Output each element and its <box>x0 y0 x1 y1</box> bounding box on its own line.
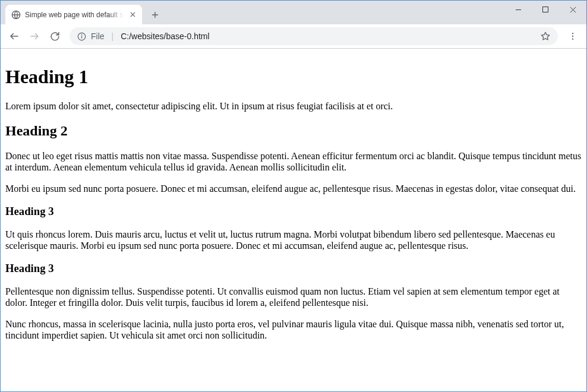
heading-3: Heading 3 <box>5 205 582 218</box>
close-tab-icon[interactable] <box>128 10 137 20</box>
address-path: C:/websites/base-0.html <box>121 31 535 41</box>
menu-button[interactable] <box>564 27 582 45</box>
new-tab-button[interactable] <box>147 7 163 23</box>
paragraph: Donec ut leo eget risus mattis mattis no… <box>5 150 582 173</box>
browser-tab[interactable]: Simple web page with default sty <box>5 5 142 24</box>
svg-point-6 <box>572 33 573 34</box>
paragraph: Pellentesque non dignissim tellus. Suspe… <box>5 286 582 308</box>
svg-point-8 <box>572 38 573 39</box>
close-window-button[interactable] <box>559 1 586 18</box>
paragraph: Nunc rhoncus, massa in scelerisque lacin… <box>5 318 582 341</box>
maximize-button[interactable] <box>532 1 559 18</box>
back-button[interactable] <box>5 27 23 45</box>
tab-title: Simple web page with default sty <box>25 11 124 19</box>
address-bar[interactable]: File | C:/websites/base-0.html <box>70 27 558 45</box>
paragraph: Lorem ipsum dolor sit amet, consectetur … <box>5 100 582 112</box>
heading-1: Heading 1 <box>5 66 582 88</box>
reload-button[interactable] <box>46 27 64 45</box>
bookmark-star-icon[interactable] <box>540 31 551 42</box>
address-separator: | <box>109 31 116 41</box>
window-controls <box>504 1 586 18</box>
heading-2: Heading 2 <box>5 123 582 139</box>
info-icon[interactable] <box>77 31 86 41</box>
globe-icon <box>11 10 21 20</box>
titlebar: Simple web page with default sty <box>1 1 586 24</box>
svg-point-7 <box>572 36 573 37</box>
forward-button[interactable] <box>26 27 43 45</box>
paragraph: Ut quis rhoncus lorem. Duis mauris arcu,… <box>5 229 582 251</box>
minimize-button[interactable] <box>504 1 532 18</box>
svg-rect-1 <box>543 7 548 12</box>
toolbar: File | C:/websites/base-0.html <box>1 24 586 48</box>
browser-chrome: Simple web page with default sty <box>1 1 586 49</box>
heading-3: Heading 3 <box>5 262 582 275</box>
paragraph: Morbi eu ipsum sed nunc porta posuere. D… <box>5 183 582 194</box>
page-content: Heading 1 Lorem ipsum dolor sit amet, co… <box>1 49 586 392</box>
address-scheme: File <box>91 31 105 41</box>
svg-marker-5 <box>541 32 549 40</box>
svg-point-4 <box>81 34 82 35</box>
